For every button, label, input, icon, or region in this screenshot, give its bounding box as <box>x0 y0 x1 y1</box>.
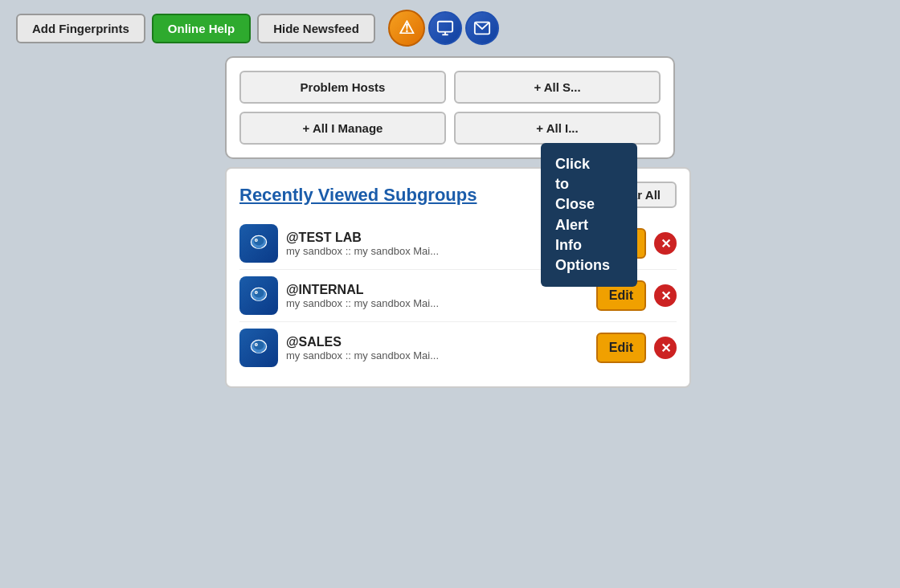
remove-button-1[interactable]: ✕ <box>654 284 677 307</box>
all-i-manage-button[interactable]: + All I Manage <box>239 112 446 145</box>
online-help-button[interactable]: Online Help <box>152 14 251 43</box>
all-s-button[interactable]: + All S... <box>454 71 661 104</box>
toolbar-icons: ⚠ <box>388 10 499 47</box>
subgroup-text: @INTERNAL my sandbox :: my sandbox Mai..… <box>286 283 588 309</box>
subgroup-item: @SALES my sandbox :: my sandbox Mai... E… <box>239 322 677 374</box>
subgroup-path: my sandbox :: my sandbox Mai... <box>286 297 588 309</box>
svg-rect-0 <box>438 22 452 32</box>
svg-point-7 <box>256 239 257 241</box>
subgroup-icon <box>239 329 278 367</box>
problem-hosts-button[interactable]: Problem Hosts <box>239 71 446 104</box>
subgroup-icon <box>239 224 278 263</box>
toolbar: Add Fingerprints Online Help Hide Newsfe… <box>0 0 900 56</box>
subgroup-path: my sandbox :: my sandbox Mai... <box>286 349 588 361</box>
svg-point-15 <box>256 344 257 345</box>
edit-button-2[interactable]: Edit <box>596 333 646 363</box>
alert-icon[interactable]: ⚠ <box>388 10 425 47</box>
mail-icon[interactable] <box>465 11 499 45</box>
add-fingerprints-button[interactable]: Add Fingerprints <box>16 14 145 43</box>
subgroup-icon <box>239 276 278 315</box>
monitor-icon[interactable] <box>428 11 462 45</box>
remove-button-0[interactable]: ✕ <box>654 232 677 255</box>
svg-point-11 <box>256 292 257 293</box>
subgroups-title[interactable]: Recently Viewed Subgroups <box>239 185 477 206</box>
main-content: Problem Hosts + All S... + All I Manage … <box>0 56 900 388</box>
hide-newsfeed-button[interactable]: Hide Newsfeed <box>257 14 375 43</box>
subgroup-name: @SALES <box>286 335 588 349</box>
remove-button-2[interactable]: ✕ <box>654 337 677 359</box>
alert-tooltip-popup[interactable]: ClicktoCloseAlertInfoOptions <box>541 143 637 287</box>
subgroup-text: @SALES my sandbox :: my sandbox Mai... <box>286 335 588 361</box>
tooltip-text: ClicktoCloseAlertInfoOptions <box>555 156 610 273</box>
all-i-button[interactable]: + All I... <box>454 112 661 145</box>
